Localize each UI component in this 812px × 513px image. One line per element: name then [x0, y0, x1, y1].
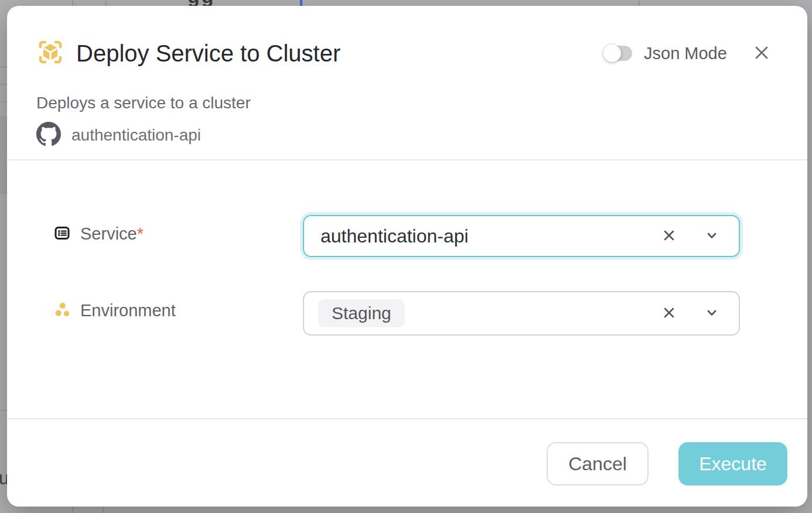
required-marker: * — [137, 224, 144, 243]
repository-row: authentication-api — [36, 122, 201, 149]
environment-field-label: Environment — [55, 301, 176, 320]
field-label-text: Service* — [80, 224, 144, 244]
background-blue-mark — [300, 0, 302, 6]
header-divider — [7, 159, 807, 160]
json-mode-label: Json Mode — [644, 44, 727, 63]
field-label-text: Environment — [80, 301, 176, 320]
github-icon — [36, 122, 61, 149]
repository-name: authentication-api — [71, 126, 201, 145]
list-icon — [54, 225, 70, 244]
chevron-down-icon — [704, 305, 720, 323]
dialog-header-controls: Json Mode — [604, 39, 772, 67]
close-button[interactable] — [752, 43, 772, 63]
dialog-title: Deploy Service to Cluster — [76, 40, 340, 67]
json-mode-toggle[interactable] — [604, 46, 632, 61]
dialog-header: Deploy Service to Cluster — [36, 39, 340, 67]
background-table-line — [105, 0, 107, 6]
background-table-line — [0, 410, 7, 411]
service-field-label: Service* — [54, 224, 144, 244]
footer-divider — [7, 418, 807, 419]
background-table-line — [0, 101, 7, 102]
background-table-line — [72, 507, 73, 513]
deploy-cube-icon — [36, 38, 64, 69]
execute-button[interactable]: Execute — [678, 442, 787, 485]
cancel-button[interactable]: Cancel — [547, 442, 649, 485]
service-dropdown-button[interactable] — [704, 227, 720, 245]
service-select-value: authentication-api — [320, 225, 661, 247]
environment-clear-button[interactable] — [661, 305, 677, 322]
environment-chip: Staging — [318, 299, 405, 327]
environment-select[interactable]: Staging — [303, 291, 740, 336]
deploy-service-dialog: Deploy Service to Cluster Json Mode Depl… — [7, 6, 807, 507]
close-icon — [753, 44, 770, 63]
background-table-line — [0, 66, 7, 67]
environment-dropdown-button[interactable] — [704, 305, 720, 323]
clear-icon — [661, 228, 677, 245]
background-table-line — [72, 0, 73, 6]
background-table-line — [103, 507, 104, 513]
background-table-line — [0, 84, 7, 85]
dialog-description: Deploys a service to a cluster — [36, 94, 251, 112]
toggle-knob — [603, 45, 621, 62]
service-select[interactable]: authentication-api — [303, 215, 740, 257]
background-table-line — [639, 0, 640, 6]
clear-icon — [661, 305, 677, 322]
cluster-dots-icon — [55, 302, 70, 320]
service-clear-button[interactable] — [661, 228, 677, 245]
chevron-down-icon — [704, 227, 720, 245]
background-table-line — [0, 193, 7, 194]
background-row — [0, 118, 7, 193]
